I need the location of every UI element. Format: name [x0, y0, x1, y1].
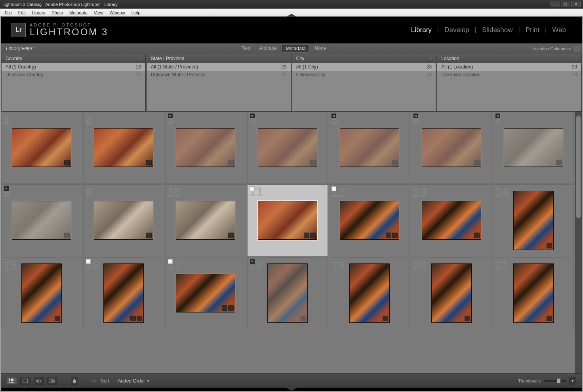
metadata-badge-icon[interactable]: [64, 160, 70, 165]
thumbnail-image[interactable]: [94, 128, 153, 167]
thumbnail-image[interactable]: [94, 201, 153, 240]
filter-column-header[interactable]: Country≡: [2, 54, 145, 63]
pick-flag-icon[interactable]: [168, 259, 173, 264]
metadata-badge-icon[interactable]: [547, 316, 552, 321]
menu-window[interactable]: Window: [107, 9, 128, 16]
thumbnail-cell[interactable]: 10: [165, 184, 246, 256]
thumbnail-cell[interactable]: 13: [411, 184, 492, 256]
compare-view-button[interactable]: X|Y: [34, 377, 44, 385]
pick-flag-icon[interactable]: [86, 259, 91, 264]
metadata-badge-icon[interactable]: [556, 160, 562, 165]
thumbnail-image[interactable]: [422, 128, 481, 167]
reject-flag-icon[interactable]: ✕: [250, 114, 255, 118]
toolbar-menu-button[interactable]: ▼: [569, 377, 576, 384]
filter-tab-attribute[interactable]: Attribute: [255, 45, 280, 53]
thumbnail-cell[interactable]: 20: [411, 257, 492, 329]
thumbnail-cell[interactable]: 3✕: [165, 112, 246, 184]
thumbnail-image[interactable]: [176, 128, 235, 167]
metadata-badge-icon[interactable]: [146, 160, 152, 165]
metadata-badge-icon[interactable]: [222, 305, 227, 311]
metadata-badge-icon[interactable]: [386, 233, 391, 238]
thumbnail-image[interactable]: [176, 201, 235, 240]
grid-view-button[interactable]: [7, 377, 17, 385]
menu-view[interactable]: View: [91, 9, 107, 16]
reject-flag-icon[interactable]: ✕: [4, 186, 9, 191]
thumbnail-image[interactable]: [513, 263, 554, 323]
thumbnail-cell[interactable]: 11: [247, 184, 328, 256]
thumbnail-image[interactable]: [340, 128, 399, 167]
filter-row[interactable]: All (1 Location)23: [437, 63, 581, 71]
metadata-badge-icon[interactable]: [64, 233, 70, 238]
metadata-badge-icon[interactable]: [55, 316, 60, 321]
filter-row[interactable]: All (1 Country)23: [2, 63, 145, 71]
reject-flag-icon[interactable]: ✕: [332, 114, 336, 118]
thumbnail-image[interactable]: [103, 263, 144, 323]
filter-column-header[interactable]: State / Province≡: [147, 54, 291, 63]
metadata-badge-icon[interactable]: [392, 160, 398, 165]
slider-knob[interactable]: [557, 379, 560, 383]
thumbnail-image[interactable]: [504, 128, 563, 167]
pick-flag-icon[interactable]: [250, 186, 255, 191]
filter-tab-metadata[interactable]: Metadata: [282, 45, 310, 53]
close-button[interactable]: ✕: [571, 2, 581, 7]
minimize-button[interactable]: ─: [551, 2, 560, 7]
thumbnail-cell[interactable]: 17: [165, 257, 246, 329]
thumbnail-image[interactable]: [349, 263, 390, 323]
reject-flag-icon[interactable]: ✕: [413, 114, 418, 118]
develop-badge-icon[interactable]: [310, 233, 316, 238]
thumbnail-size-slider[interactable]: [544, 380, 566, 382]
thumbnail-cell[interactable]: 16: [83, 257, 164, 329]
thumbnail-image[interactable]: [340, 201, 399, 240]
thumbnail-cell[interactable]: 1: [1, 112, 82, 184]
metadata-badge-icon[interactable]: [547, 243, 552, 248]
thumbnail-image[interactable]: [12, 201, 71, 240]
develop-badge-icon[interactable]: [228, 305, 234, 311]
metadata-badge-icon[interactable]: [465, 316, 470, 321]
thumbnail-image[interactable]: [422, 201, 481, 240]
painter-tool-button[interactable]: [71, 377, 78, 385]
thumbnail-image[interactable]: [12, 128, 71, 167]
filter-preset-select[interactable]: Location Columns ▾: [533, 46, 571, 51]
thumbnail-cell[interactable]: 15: [1, 257, 82, 329]
thumbnail-image[interactable]: [431, 263, 472, 323]
module-develop[interactable]: Develop: [439, 26, 474, 34]
filter-row[interactable]: All (1 City)23: [292, 63, 436, 71]
grid-scrollbar[interactable]: [575, 112, 582, 373]
reject-flag-icon[interactable]: ✕: [250, 259, 255, 264]
metadata-badge-icon[interactable]: [474, 233, 480, 238]
filter-column-menu-icon[interactable]: ≡: [284, 57, 286, 61]
metadata-badge-icon[interactable]: [146, 233, 152, 238]
filter-column-menu-icon[interactable]: ≡: [575, 57, 577, 61]
collapse-top-icon[interactable]: [286, 14, 297, 17]
menu-help[interactable]: Help: [128, 9, 144, 16]
filter-row[interactable]: Unknown Country23: [2, 71, 145, 79]
thumbnail-cell[interactable]: 9: [83, 184, 164, 256]
thumbnail-cell[interactable]: 2: [83, 112, 164, 184]
metadata-badge-icon[interactable]: [310, 160, 316, 165]
filter-column-header[interactable]: City≡: [292, 54, 436, 63]
module-library[interactable]: Library: [406, 26, 437, 34]
menu-metadata[interactable]: Metadata: [66, 9, 91, 16]
develop-badge-icon[interactable]: [392, 233, 398, 238]
thumbnail-image[interactable]: [267, 263, 308, 323]
maximize-button[interactable]: □: [561, 2, 570, 7]
metadata-badge-icon[interactable]: [474, 160, 480, 165]
thumbnail-image[interactable]: [176, 274, 235, 312]
thumbnail-cell[interactable]: 8✕: [1, 184, 82, 256]
filter-row[interactable]: Unknown State / Province23: [147, 71, 291, 79]
collapse-bottom[interactable]: [1, 388, 582, 391]
metadata-badge-icon[interactable]: [301, 316, 306, 321]
scrollbar-thumb[interactable]: [576, 116, 581, 218]
filter-tab-text[interactable]: Text: [238, 45, 254, 53]
metadata-badge-icon[interactable]: [130, 316, 136, 321]
menu-photo[interactable]: Photo: [48, 9, 66, 16]
metadata-badge-icon[interactable]: [383, 316, 388, 321]
module-web[interactable]: Web: [547, 26, 572, 34]
module-print[interactable]: Print: [520, 26, 545, 34]
filter-row[interactable]: Unknown City23: [292, 71, 436, 79]
filter-column-header[interactable]: Location≡: [437, 54, 581, 63]
thumbnail-cell[interactable]: 4✕: [247, 112, 328, 184]
metadata-badge-icon[interactable]: [228, 160, 234, 165]
reject-flag-icon[interactable]: ✕: [495, 114, 500, 118]
menu-file[interactable]: File: [2, 9, 15, 16]
